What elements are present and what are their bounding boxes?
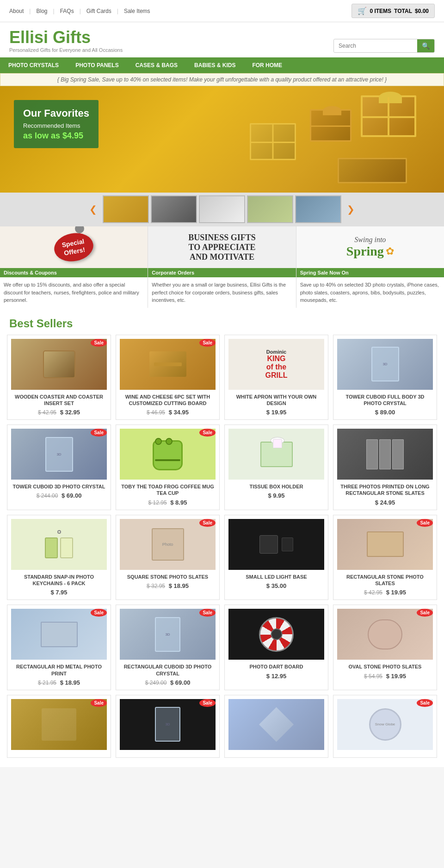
product-price: $ 12.95 xyxy=(228,673,324,680)
nav-sep-1: | xyxy=(29,8,31,14)
product-name: RECTANGULAR HD METAL PHOTO PRINT xyxy=(11,663,107,677)
new-price: $ 12.95 xyxy=(266,673,286,680)
product-name: TOBY THE TOAD FROG COFFEE MUG TEA CUP xyxy=(120,483,216,497)
product-bottom-3[interactable] xyxy=(224,695,328,758)
nav-sep-4: | xyxy=(117,8,118,14)
product-dart-board[interactable]: PHOTO DART BOARD $ 12.95 xyxy=(224,605,328,690)
sale-badge: Sale xyxy=(417,699,433,707)
cart-widget[interactable]: 🛒 0 ITEMS TOTAL $0.00 xyxy=(352,4,435,18)
product-name: TISSUE BOX HOLDER xyxy=(228,483,324,490)
thumb-4[interactable] xyxy=(247,195,293,223)
product-led-base[interactable]: SMALL LED LIGHT BASE $ 35.00 xyxy=(224,515,328,600)
product-name: SMALL LED LIGHT BASE xyxy=(228,574,324,580)
product-price: $ 19.95 xyxy=(228,409,324,416)
nav-sale-items[interactable]: Sale Items xyxy=(124,8,150,14)
product-bottom-2[interactable]: Sale 3D xyxy=(116,695,220,758)
cart-total-label: TOTAL xyxy=(394,8,412,14)
old-price: $ 244.00 xyxy=(37,493,58,499)
product-name: WOODEN COASTER AND COASTER INSERT SET xyxy=(11,393,107,407)
special-tag: SpecialOffers! xyxy=(52,230,96,264)
product-tower-cuboid-2[interactable]: Sale 3D TOWER CUBOID 3D PHOTO CRYSTAL $ … xyxy=(7,425,111,510)
product-white-apron[interactable]: DominicKINGof theGRILL WHITE APRON WITH … xyxy=(224,335,328,420)
feature-special-img: SpecialOffers! xyxy=(0,226,148,268)
product-image: Photo xyxy=(120,519,216,570)
product-price: $ 89.00 xyxy=(337,409,433,416)
product-image xyxy=(228,519,324,570)
product-price: $ 46.95 $ 34.95 xyxy=(120,409,216,416)
product-name: OVAL STONE PHOTO SLATES xyxy=(337,663,433,670)
sale-badge: Sale xyxy=(199,429,216,437)
search-box: 🔍 xyxy=(333,39,435,53)
product-tower-cuboid[interactable]: 3D TOWER CUBOID FULL BODY 3D PHOTO CRYST… xyxy=(333,335,437,420)
old-price: $ 21.95 xyxy=(38,680,56,686)
new-price: $ 9.95 xyxy=(268,492,284,499)
product-bottom-1[interactable]: Sale xyxy=(7,695,111,758)
product-rect-cuboid[interactable]: Sale 3D RECTANGULAR CUBOID 3D PHOTO CRYS… xyxy=(116,605,220,690)
product-oval-stone[interactable]: Sale OVAL STONE PHOTO SLATES $ 54.95 $ 1… xyxy=(333,605,437,690)
nav-babies-kids[interactable]: BABIES & KIDS xyxy=(186,57,244,73)
product-snap-keychain[interactable]: STANDARD SNAP-IN PHOTO KEYCHAINS - 6 PAC… xyxy=(7,515,111,600)
nav-faqs[interactable]: FAQs xyxy=(60,8,74,14)
product-name: STANDARD SNAP-IN PHOTO KEYCHAINS - 6 PAC… xyxy=(11,574,107,587)
product-image xyxy=(11,609,107,660)
thumb-3[interactable] xyxy=(199,195,245,223)
product-image: 3D xyxy=(11,429,107,480)
product-rect-stone[interactable]: Sale RECTANGULAR STONE PHOTO SLATES $ 42… xyxy=(333,515,437,600)
prev-arrow[interactable]: ❮ xyxy=(86,204,101,215)
nav-photo-panels[interactable]: PHOTO PANELS xyxy=(67,57,127,73)
nav-sep-3: | xyxy=(80,8,81,14)
next-arrow[interactable]: ❯ xyxy=(343,204,358,215)
product-wine-cheese[interactable]: Sale WINE AND CHEESE 6PC SET WITH CUSTOM… xyxy=(116,335,220,420)
site-logo[interactable]: Ellisi Gifts xyxy=(9,28,123,47)
nav-blog[interactable]: Blog xyxy=(36,8,47,14)
sale-badge: Sale xyxy=(199,519,216,527)
feature-business: BUSINESS GIFTS TO APPRECIATE AND MOTIVAT… xyxy=(148,226,296,308)
product-image: 3D xyxy=(120,609,216,660)
product-name: WHITE APRON WITH YOUR OWN DESIGN xyxy=(228,393,324,407)
product-price: $ 24.95 xyxy=(337,499,433,506)
product-square-stone[interactable]: Sale Photo SQUARE STONE PHOTO SLATES $ 3… xyxy=(116,515,220,600)
product-image xyxy=(11,519,107,570)
product-image xyxy=(120,339,216,390)
nav-gift-cards[interactable]: Gift Cards xyxy=(86,8,111,14)
sale-badge: Sale xyxy=(417,519,433,527)
product-three-photos[interactable]: THREE PHOTOS PRINTED ON LONG RECTANGULAR… xyxy=(333,425,437,510)
product-price: $ 42.95 $ 19.95 xyxy=(337,589,433,596)
search-button[interactable]: 🔍 xyxy=(417,39,434,52)
product-name: RECTANGULAR STONE PHOTO SLATES xyxy=(337,574,433,587)
feature-business-img: BUSINESS GIFTS TO APPRECIATE AND MOTIVAT… xyxy=(148,226,296,268)
product-price: $ 9.95 xyxy=(228,492,324,499)
product-price: $ 32.95 $ 18.95 xyxy=(120,582,216,589)
product-toby-toad[interactable]: Sale TOBY THE TOAD FROG COFFEE MUG TEA C… xyxy=(116,425,220,510)
product-image xyxy=(11,339,107,390)
cart-items: 0 ITEMS xyxy=(370,8,391,14)
nav-for-home[interactable]: FOR HOME xyxy=(244,57,290,73)
product-name: TOWER CUBOID 3D PHOTO CRYSTAL xyxy=(11,483,107,490)
new-price: $ 69.00 xyxy=(170,679,190,686)
product-price: $ 249.00 $ 69.00 xyxy=(120,679,216,686)
thumb-1[interactable] xyxy=(103,195,149,223)
product-tissue-box[interactable]: TISSUE BOX HOLDER $ 9.95 xyxy=(224,425,328,510)
product-rect-metal[interactable]: Sale RECTANGULAR HD METAL PHOTO PRINT $ … xyxy=(7,605,111,690)
feature-spring-text: Save up to 40% on selected 3D photo crys… xyxy=(296,277,444,308)
new-price: $ 34.95 xyxy=(169,409,189,416)
nav-photo-crystals[interactable]: PHOTO CRYSTALS xyxy=(0,57,67,73)
product-bottom-4[interactable]: Sale Snow Globe xyxy=(333,695,437,758)
sale-badge: Sale xyxy=(91,339,107,347)
new-price: $ 8.95 xyxy=(170,499,187,506)
hero-section: Our Favorites Recommended Items as low a… xyxy=(0,86,444,193)
product-name: THREE PHOTOS PRINTED ON LONG RECTANGULAR… xyxy=(337,483,433,497)
feature-section: SpecialOffers! Discounts & Coupons We of… xyxy=(0,226,444,308)
search-input[interactable] xyxy=(334,40,417,52)
thumb-5[interactable] xyxy=(295,195,341,223)
nav-cases-bags[interactable]: CASES & BAGS xyxy=(127,57,186,73)
nav-about[interactable]: About xyxy=(9,8,24,14)
cart-icon: 🛒 xyxy=(358,6,367,15)
thumb-2[interactable] xyxy=(151,195,197,223)
product-image: DominicKINGof theGRILL xyxy=(228,339,324,390)
product-image: Snow Globe xyxy=(337,699,433,750)
product-image: 3D xyxy=(337,339,433,390)
product-wooden-coaster[interactable]: Sale WOODEN COASTER AND COASTER INSERT S… xyxy=(7,335,111,420)
new-price: $ 24.95 xyxy=(375,499,395,506)
new-price: $ 19.95 xyxy=(386,589,406,596)
